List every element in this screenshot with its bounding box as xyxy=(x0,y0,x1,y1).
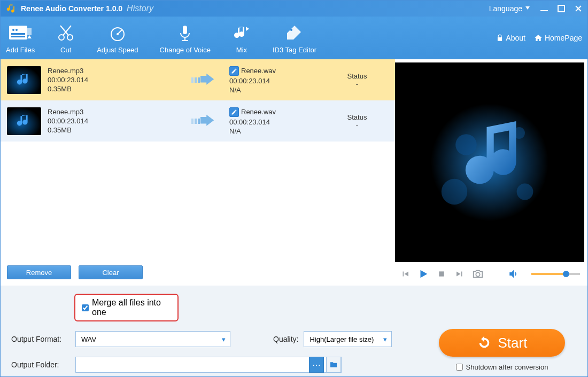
id3-editor-label: ID3 Tag Editor xyxy=(273,46,316,54)
folder-icon xyxy=(329,360,338,369)
preview-pane xyxy=(395,59,587,286)
status-column: Status - xyxy=(326,113,389,129)
edit-icon[interactable] xyxy=(229,107,239,117)
output-format-value: WAV xyxy=(81,335,96,343)
start-label: Start xyxy=(498,335,528,351)
merge-checkbox[interactable] xyxy=(82,304,89,311)
source-filename: Renee.mp3 xyxy=(48,67,181,75)
titlebar: Renee Audio Converter 1.0.0 History Lang… xyxy=(1,1,587,17)
edit-icon[interactable] xyxy=(229,66,239,76)
list-actions: Remove Clear xyxy=(1,262,395,286)
cut-button[interactable]: Cut xyxy=(56,22,75,54)
svg-point-26 xyxy=(476,272,479,276)
status-header: Status xyxy=(326,72,389,80)
svg-rect-17 xyxy=(191,119,194,124)
music-note-icon xyxy=(431,104,548,221)
svg-point-4 xyxy=(16,29,18,31)
volume-icon[interactable] xyxy=(507,268,519,280)
app-window: Renee Audio Converter 1.0.0 History Lang… xyxy=(0,0,588,377)
source-info: Renee.mp3 00:00:23.014 0.35MB xyxy=(48,67,181,93)
svg-rect-5 xyxy=(11,33,25,35)
file-thumbnail xyxy=(7,107,41,135)
preview-controls xyxy=(395,262,584,286)
destination-filename: Renee.wav xyxy=(241,67,276,75)
svg-point-24 xyxy=(517,184,533,200)
maximize-button[interactable] xyxy=(558,5,565,12)
svg-rect-7 xyxy=(26,28,32,35)
status-header: Status xyxy=(326,113,389,121)
home-icon xyxy=(534,34,543,42)
source-info: Renee.mp3 00:00:23.014 0.35MB xyxy=(48,108,181,134)
settings-area: Merge all files into one Output Format: … xyxy=(11,294,427,371)
svg-rect-12 xyxy=(183,26,187,34)
add-files-button[interactable]: Add Files xyxy=(6,22,35,54)
svg-point-8 xyxy=(59,35,64,40)
shutdown-checkbox[interactable] xyxy=(456,364,463,371)
id3-editor-button[interactable]: ID3 Tag Editor xyxy=(273,22,316,54)
more-button[interactable]: ⋯ xyxy=(309,357,324,373)
cut-label: Cut xyxy=(60,46,71,54)
remove-button[interactable]: Remove xyxy=(7,265,71,279)
svg-point-9 xyxy=(67,35,73,40)
svg-rect-0 xyxy=(540,10,548,11)
lock-icon xyxy=(496,34,504,42)
adjust-speed-button[interactable]: Adjust Speed xyxy=(97,22,138,54)
arrow-icon xyxy=(181,72,229,88)
play-button[interactable] xyxy=(417,268,429,280)
output-folder-label: Output Folder: xyxy=(11,360,70,369)
prev-button[interactable] xyxy=(399,268,411,280)
change-voice-button[interactable]: Change of Voice xyxy=(160,22,211,54)
output-format-row: Output Format: WAV ▾ Quality: High(Large… xyxy=(11,331,427,347)
file-thumbnail xyxy=(7,66,41,94)
start-column: Start Shutdown after conversion xyxy=(427,294,577,371)
file-row[interactable]: Renee.mp3 00:00:23.014 0.35MB Renee.wav … xyxy=(1,100,395,142)
quality-label: Quality: xyxy=(273,335,298,343)
left-pane: Renee.mp3 00:00:23.014 0.35MB Renee.wav … xyxy=(1,59,395,286)
status-column: Status - xyxy=(326,72,389,88)
source-size: 0.35MB xyxy=(48,85,181,93)
arrow-icon xyxy=(181,113,229,129)
chevron-down-icon: ▾ xyxy=(383,335,387,343)
homepage-label: HomePage xyxy=(545,34,582,42)
output-format-select[interactable]: WAV ▾ xyxy=(75,331,230,347)
homepage-link[interactable]: HomePage xyxy=(534,34,582,42)
shutdown-label: Shutdown after conversion xyxy=(466,363,548,371)
status-value: - xyxy=(326,121,389,129)
bottom-panel: Merge all files into one Output Format: … xyxy=(1,286,587,376)
quality-select[interactable]: High(Larger file size) ▾ xyxy=(304,331,392,347)
mix-button[interactable]: Mix xyxy=(232,22,251,54)
refresh-icon xyxy=(477,335,492,350)
snapshot-button[interactable] xyxy=(472,268,484,280)
clear-button[interactable]: Clear xyxy=(79,265,143,279)
minimize-button[interactable] xyxy=(540,5,548,12)
destination-filename: Renee.wav xyxy=(241,108,276,116)
svg-rect-6 xyxy=(11,36,25,37)
source-duration: 00:00:23.014 xyxy=(48,76,181,84)
source-duration: 00:00:23.014 xyxy=(48,117,181,125)
about-link[interactable]: About xyxy=(496,34,525,42)
next-button[interactable] xyxy=(454,268,466,280)
history-link[interactable]: History xyxy=(127,4,153,13)
file-row[interactable]: Renee.mp3 00:00:23.014 0.35MB Renee.wav … xyxy=(1,59,395,100)
start-button[interactable]: Start xyxy=(439,329,565,357)
chevron-down-icon: ▾ xyxy=(222,335,226,343)
language-selector[interactable]: Language xyxy=(489,4,531,13)
destination-duration: 00:00:23.014 xyxy=(229,77,326,85)
svg-rect-14 xyxy=(191,77,194,83)
output-format-label: Output Format: xyxy=(11,335,70,343)
toolbar-right-links: About HomePage xyxy=(496,34,582,42)
volume-slider[interactable] xyxy=(531,273,580,275)
main-area: Renee.mp3 00:00:23.014 0.35MB Renee.wav … xyxy=(1,59,587,286)
destination-info: Renee.wav 00:00:23.014 N/A xyxy=(229,107,326,135)
window-controls xyxy=(540,5,582,12)
preview-box xyxy=(395,62,584,262)
mix-label: Mix xyxy=(236,46,247,54)
close-button[interactable] xyxy=(575,5,582,12)
open-folder-button[interactable] xyxy=(326,357,341,373)
output-folder-input[interactable]: ⋯ xyxy=(75,357,342,373)
file-list: Renee.mp3 00:00:23.014 0.35MB Renee.wav … xyxy=(1,59,395,262)
source-filename: Renee.mp3 xyxy=(48,108,181,116)
svg-rect-16 xyxy=(198,77,200,83)
toolbar: Add Files Cut Adjust Speed Change of Voi… xyxy=(1,17,587,59)
stop-button[interactable] xyxy=(436,268,447,280)
